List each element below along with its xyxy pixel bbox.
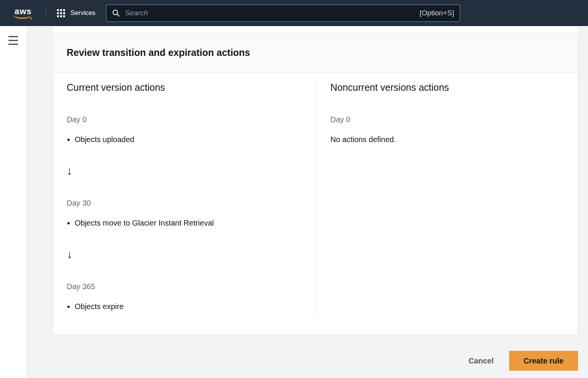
no-actions-text: No actions defined. xyxy=(330,134,564,144)
search-shortcut-hint: [Option+S] xyxy=(420,9,454,17)
down-arrow-icon: ↓ xyxy=(67,164,307,177)
current-version-actions-column: Current version actions Day 0 Objects up… xyxy=(53,82,316,317)
day-label: Day 365 xyxy=(67,281,307,291)
review-panel: Review transition and expiration actions… xyxy=(53,33,578,335)
current-version-actions-title: Current version actions xyxy=(67,82,307,93)
hamburger-menu-icon[interactable] xyxy=(8,36,18,47)
review-panel-header: Review transition and expiration actions xyxy=(53,33,578,73)
top-navigation-bar: aws Services [Option+S] xyxy=(0,0,588,26)
services-label: Services xyxy=(70,9,95,17)
aws-console-screen: aws Services [Option+S] xyxy=(0,0,588,378)
form-actions: Cancel Create rule xyxy=(53,351,578,371)
cancel-button[interactable]: Cancel xyxy=(468,354,495,368)
side-navigation xyxy=(0,26,26,378)
create-rule-button[interactable]: Create rule xyxy=(509,351,578,371)
aws-logo[interactable]: aws xyxy=(13,7,34,19)
previous-section-edge xyxy=(53,26,578,33)
review-panel-body: Current version actions Day 0 Objects up… xyxy=(53,73,578,334)
timeline-step: Day 0 Objects uploaded xyxy=(67,115,307,144)
search-box[interactable]: [Option+S] xyxy=(106,5,460,22)
timeline-step: Day 365 Objects expire xyxy=(67,281,307,311)
aws-smile-icon xyxy=(13,15,31,19)
action-item: Objects expire xyxy=(75,301,307,311)
day-label: Day 0 xyxy=(67,115,307,124)
timeline-step: Day 30 Objects move to Glacier Instant R… xyxy=(67,198,307,228)
services-grid-icon xyxy=(57,9,65,17)
page-title: Review transition and expiration actions xyxy=(67,47,564,58)
day-label: Day 0 xyxy=(330,115,564,124)
nav-divider xyxy=(46,7,46,20)
action-item: Objects move to Glacier Instant Retrieva… xyxy=(75,218,307,228)
services-menu-button[interactable]: Services xyxy=(57,9,95,17)
noncurrent-versions-actions-title: Noncurrent versions actions xyxy=(330,82,564,93)
main-content: Review transition and expiration actions… xyxy=(26,26,588,378)
day-label: Day 30 xyxy=(67,198,307,208)
search-input[interactable] xyxy=(125,9,420,17)
search-icon xyxy=(112,9,120,17)
action-item: Objects uploaded xyxy=(75,134,307,144)
noncurrent-versions-actions-column: Noncurrent versions actions Day 0 No act… xyxy=(316,82,578,317)
down-arrow-icon: ↓ xyxy=(67,248,307,261)
